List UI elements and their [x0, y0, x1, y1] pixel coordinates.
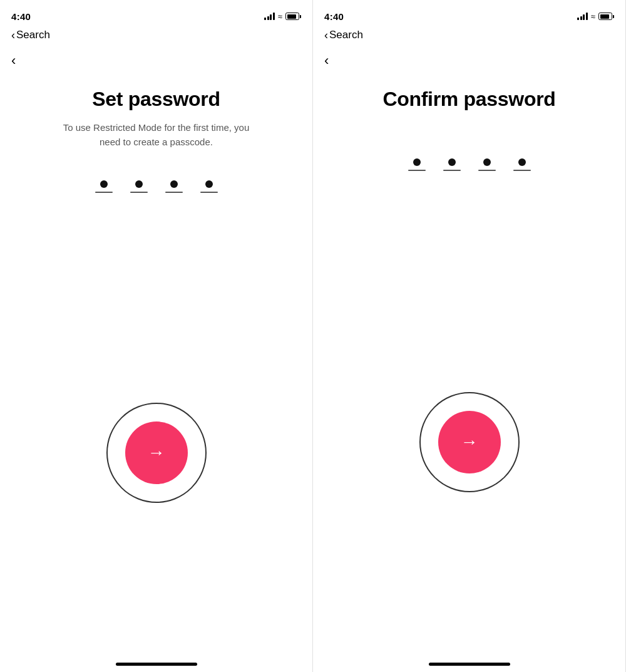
- signal-icon-right: [577, 13, 588, 20]
- pin-underline-r2: [443, 170, 461, 171]
- pin-digit-3: [165, 180, 183, 193]
- back-label-left: Search: [16, 29, 50, 41]
- pin-digit-4: [200, 180, 218, 193]
- wifi-icon-right: ≈: [591, 12, 595, 21]
- nav-bar-left: ‹ Search: [0, 28, 312, 46]
- pin-dot-2: [135, 180, 143, 188]
- back-label-right: Search: [329, 29, 363, 41]
- nav-bar-right: ‹ Search: [313, 28, 625, 46]
- pin-dot-4: [205, 180, 213, 188]
- status-icons-right: ≈: [577, 12, 614, 21]
- pin-dot-1: [100, 180, 108, 188]
- pin-underline-1: [95, 192, 113, 193]
- home-indicator-right: [313, 663, 625, 672]
- battery-icon-right: [598, 13, 614, 20]
- submit-btn-container-left: →: [106, 403, 207, 503]
- confirm-password-screen: 4:40 ≈ ‹ Search ‹ Conf: [313, 0, 626, 672]
- status-time-right: 4:40: [324, 11, 344, 22]
- pin-underline-r1: [408, 170, 426, 171]
- back-button-left[interactable]: ‹ Search: [11, 29, 50, 41]
- pin-underline-3: [165, 192, 183, 193]
- pin-dot-r2: [448, 158, 456, 166]
- pin-digit-r1: [408, 158, 426, 171]
- battery-icon-left: [285, 13, 301, 20]
- pin-display-right-wrapper: [408, 158, 531, 209]
- pin-underline-r4: [513, 170, 531, 171]
- pin-digit-r3: [478, 158, 496, 171]
- back-arrow-icon-left[interactable]: ‹: [11, 53, 16, 68]
- pin-dot-r4: [518, 158, 526, 166]
- home-indicator-left: [0, 663, 312, 672]
- submit-button-left[interactable]: →: [125, 421, 188, 484]
- submit-btn-container-right: →: [419, 392, 520, 492]
- set-password-screen: 4:40 ≈ ‹ Search ‹ Set: [0, 0, 313, 672]
- back-arrow-icon-right[interactable]: ‹: [324, 53, 329, 68]
- signal-icon-left: [264, 13, 275, 20]
- back-button-right[interactable]: ‹ Search: [324, 29, 363, 41]
- pin-dot-r1: [413, 158, 421, 166]
- pin-dot-r3: [483, 158, 491, 166]
- back-arrow-row-left: ‹: [0, 46, 312, 69]
- arrow-icon-right: →: [461, 433, 478, 451]
- wifi-icon-left: ≈: [278, 12, 282, 21]
- pin-underline-r3: [478, 170, 496, 171]
- status-time-left: 4:40: [11, 11, 31, 22]
- pin-display-left: [95, 180, 218, 193]
- pin-dot-3: [170, 180, 178, 188]
- outer-circle-left[interactable]: →: [106, 403, 207, 503]
- arrow-icon-left: →: [148, 444, 165, 462]
- pin-digit-2: [130, 180, 148, 193]
- back-arrow-row-right: ‹: [313, 46, 625, 69]
- pin-display-right: [408, 158, 531, 171]
- content-left: Set password To use Restricted Mode for …: [0, 69, 312, 663]
- pin-underline-4: [200, 192, 218, 193]
- submit-button-right[interactable]: →: [438, 411, 501, 473]
- page-title-left: Set password: [92, 88, 220, 111]
- page-title-right: Confirm password: [382, 88, 555, 111]
- content-right: Confirm password: [313, 69, 625, 663]
- home-bar-right: [429, 663, 510, 666]
- back-chevron-icon-left: ‹: [11, 29, 15, 41]
- status-bar-right: 4:40 ≈: [313, 0, 625, 28]
- back-chevron-icon-right: ‹: [324, 29, 328, 41]
- status-bar-left: 4:40 ≈: [0, 0, 312, 28]
- pin-digit-r2: [443, 158, 461, 171]
- status-icons-left: ≈: [264, 12, 301, 21]
- pin-underline-2: [130, 192, 148, 193]
- pin-digit-1: [95, 180, 113, 193]
- pin-digit-r4: [513, 158, 531, 171]
- home-bar-left: [116, 663, 197, 666]
- outer-circle-right[interactable]: →: [419, 392, 520, 492]
- page-description-left: To use Restricted Mode for the first tim…: [63, 121, 250, 149]
